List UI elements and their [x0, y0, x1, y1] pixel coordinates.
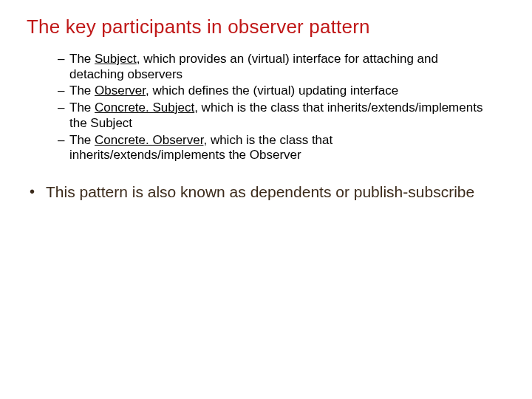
item-prefix: The: [69, 52, 95, 66]
slide-title: The key participants in observer pattern: [27, 16, 505, 38]
item-term: Observer: [95, 83, 146, 98]
item-term: Concrete. Subject: [95, 100, 194, 115]
list-item: The Observer, which defines the (virtual…: [58, 83, 483, 99]
list-item: The Subject, which provides an (virtual)…: [58, 52, 483, 82]
summary-bullet: This pattern is also known as dependents…: [30, 183, 505, 202]
slide: The key participants in observer pattern…: [0, 0, 532, 399]
list-item: The Concrete. Observer, which is the cla…: [58, 133, 483, 163]
item-term: Concrete. Observer: [95, 133, 203, 147]
participant-list: The Subject, which provides an (virtual)…: [27, 52, 505, 163]
item-prefix: The: [69, 83, 95, 98]
item-term: Subject: [95, 52, 137, 66]
item-prefix: The: [69, 100, 95, 115]
list-item: The Concrete. Subject, which is the clas…: [58, 100, 483, 131]
item-rest: , which defines the (virtual) updating i…: [146, 83, 398, 98]
item-prefix: The: [69, 133, 95, 147]
